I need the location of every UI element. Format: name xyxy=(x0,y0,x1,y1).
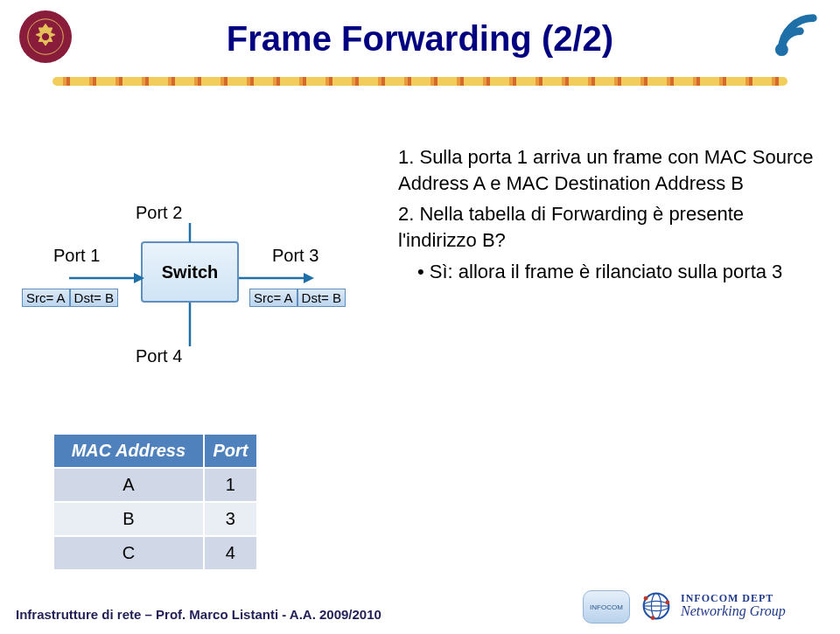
svg-marker-9 xyxy=(304,273,314,283)
port-4-label: Port 4 xyxy=(136,346,182,366)
port-3-label: Port 3 xyxy=(272,246,318,266)
line-port2 xyxy=(185,223,195,249)
port-1-label: Port 1 xyxy=(53,246,100,266)
svg-marker-7 xyxy=(134,273,144,283)
globe-icon xyxy=(639,589,674,624)
table-row: C 4 xyxy=(53,536,257,570)
forwarding-table: MAC Address Port A 1 B 3 C 4 xyxy=(52,433,258,571)
table-header-port: Port xyxy=(204,434,257,468)
table-row: B 3 xyxy=(53,502,257,536)
svg-point-15 xyxy=(665,601,669,605)
line-port4 xyxy=(185,303,195,346)
footer-badge-infocom: INFOCOM xyxy=(583,590,630,624)
slide: Frame Forwarding (2/2) Switch Port 2 Por… xyxy=(0,0,840,634)
switch-label: Switch xyxy=(162,262,218,282)
frame-right-src: Src= A xyxy=(249,289,298,307)
bullet-item-2: 2. Nella tabella di Forwarding è present… xyxy=(398,201,818,253)
table-cell-mac: C xyxy=(53,536,204,570)
footer-badge-networking: INFOCOM DEPT Networking Group xyxy=(639,587,822,625)
table-cell-port: 1 xyxy=(204,468,257,502)
frame-right-dst: Dst= B xyxy=(298,289,346,307)
table-cell-mac: B xyxy=(53,502,204,536)
arrow-in-port1 xyxy=(69,269,148,287)
bullet-list: 1. Sulla porta 1 arriva un frame con MAC… xyxy=(398,144,818,284)
table-cell-port: 3 xyxy=(204,502,257,536)
arrow-out-port3 xyxy=(239,269,318,287)
footer-text: Infrastrutture di rete – Prof. Marco Lis… xyxy=(16,607,382,622)
frame-left-dst: Dst= B xyxy=(70,289,118,307)
svg-point-16 xyxy=(651,616,655,620)
slide-title: Frame Forwarding (2/2) xyxy=(0,19,840,59)
table-cell-mac: A xyxy=(53,468,204,502)
frame-right: Src= A Dst= B xyxy=(249,289,346,307)
decorative-rule xyxy=(52,77,788,86)
table-cell-port: 4 xyxy=(204,536,257,570)
table-row: A 1 xyxy=(53,468,257,502)
table-header-mac: MAC Address xyxy=(53,434,204,468)
footer-badge-line1: INFOCOM DEPT xyxy=(681,593,786,604)
switch-diagram: Switch Port 2 Port 1 Port 3 Port 4 xyxy=(22,149,372,402)
switch-box: Switch xyxy=(141,241,239,303)
port-2-label: Port 2 xyxy=(136,203,182,223)
frame-left-src: Src= A xyxy=(22,289,70,307)
footer-badge-line2: Networking Group xyxy=(681,604,786,619)
bullet-item-1: 1. Sulla porta 1 arriva un frame con MAC… xyxy=(398,144,818,196)
svg-point-14 xyxy=(644,596,648,601)
frame-left: Src= A Dst= B xyxy=(22,289,118,307)
bullet-item-2-sub: Sì: allora il frame è rilanciato sulla p… xyxy=(398,259,818,285)
